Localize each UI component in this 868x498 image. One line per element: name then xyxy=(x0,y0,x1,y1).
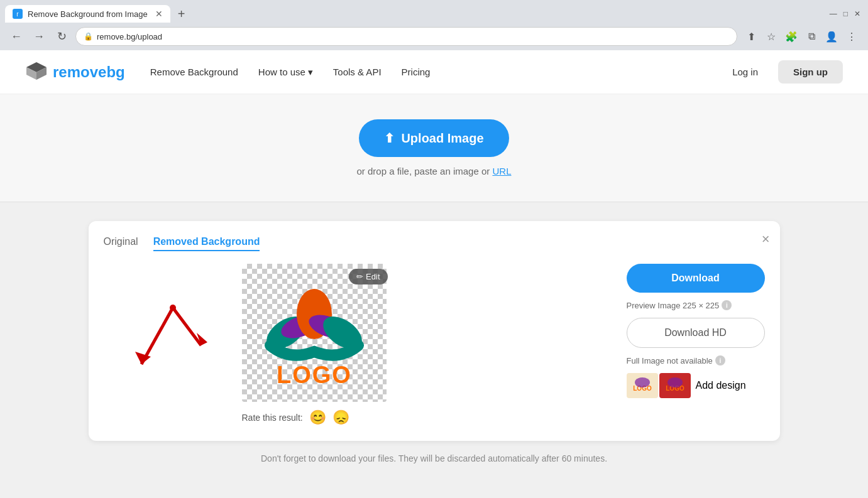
tab-original[interactable]: Original xyxy=(104,236,138,251)
full-image-info: Full Image not available i xyxy=(627,355,765,365)
original-image xyxy=(104,264,229,402)
download-hd-btn[interactable]: Download HD xyxy=(627,318,765,348)
dropdown-chevron: ▾ xyxy=(308,67,313,78)
preview-info: Preview Image 225 × 225 i xyxy=(627,300,765,310)
footer-hint: Don't forget to download your files. The… xyxy=(13,441,855,476)
login-btn[interactable]: Log in xyxy=(722,62,768,82)
result-layout: ✏ Edit xyxy=(104,264,765,426)
original-arrows-svg xyxy=(110,270,223,396)
svg-line-5 xyxy=(173,308,201,345)
nav-remove-background[interactable]: Remove Background xyxy=(150,67,238,77)
processed-image: LOGO xyxy=(242,264,387,402)
upload-section: ⬆ Upload Image or drop a file, paste an … xyxy=(0,94,868,202)
logo-text: removebg xyxy=(53,63,125,81)
preview-info-icon: i xyxy=(722,300,732,310)
signup-btn[interactable]: Sign up xyxy=(778,60,843,84)
close-btn[interactable]: × xyxy=(762,231,770,247)
logo-icon xyxy=(25,61,48,84)
add-design-area[interactable]: LOGO LOGO xyxy=(627,373,765,398)
site-header: removebg Remove Background How to use ▾ … xyxy=(0,50,868,94)
url-link[interactable]: URL xyxy=(492,166,511,176)
design-thumb-2: LOGO xyxy=(659,373,691,398)
menu-btn[interactable]: ⋮ xyxy=(843,28,860,45)
tab-title: Remove Background from Image xyxy=(28,9,148,19)
site-nav: Remove Background How to use ▾ Tools & A… xyxy=(150,67,722,78)
window-maximize[interactable]: □ xyxy=(843,9,848,18)
svg-point-19 xyxy=(667,377,683,387)
profile-btn[interactable]: 👤 xyxy=(823,28,840,45)
logo[interactable]: removebg xyxy=(25,61,125,84)
tab-favicon: r xyxy=(13,9,23,19)
nav-how-to-use[interactable]: How to use ▾ xyxy=(258,67,313,78)
nav-tools-api[interactable]: Tools & API xyxy=(333,67,382,77)
extensions-btn[interactable]: 🧩 xyxy=(783,28,800,45)
processed-image-area: ✏ Edit xyxy=(242,264,393,426)
full-info-icon: i xyxy=(715,355,725,365)
forward-btn[interactable]: → xyxy=(30,28,48,45)
svg-point-16 xyxy=(635,377,650,387)
header-actions: Log in Sign up xyxy=(722,60,843,84)
pip-btn[interactable]: ⧉ xyxy=(803,28,820,45)
new-tab-btn[interactable]: + xyxy=(173,7,190,21)
nav-pricing[interactable]: Pricing xyxy=(402,67,431,77)
active-tab[interactable]: r Remove Background from Image ✕ xyxy=(5,5,170,23)
tab-bar: r Remove Background from Image ✕ + — □ ✕ xyxy=(0,0,868,23)
tab-removed-background[interactable]: Removed Background xyxy=(153,236,260,251)
right-panel: Download Preview Image 225 × 225 i Downl… xyxy=(627,264,765,398)
result-card: × Original Removed Background xyxy=(89,221,780,441)
edit-btn[interactable]: ✏ Edit xyxy=(349,269,387,284)
share-btn[interactable]: ⬆ xyxy=(742,28,760,45)
back-btn[interactable]: ← xyxy=(8,28,25,45)
result-tabs: Original Removed Background xyxy=(104,236,765,251)
image-area: ✏ Edit xyxy=(104,264,608,426)
tab-close-btn[interactable]: ✕ xyxy=(155,9,163,19)
bookmark-btn[interactable]: ☆ xyxy=(762,28,780,45)
website: removebg Remove Background How to use ▾ … xyxy=(0,50,868,495)
svg-point-7 xyxy=(170,305,176,311)
browser-chrome: r Remove Background from Image ✕ + — □ ✕… xyxy=(0,0,868,50)
upload-icon: ⬆ xyxy=(384,131,395,146)
nav-actions: ⬆ ☆ 🧩 ⧉ 👤 ⋮ xyxy=(742,28,860,45)
add-design-label: Add design xyxy=(696,380,746,391)
logo-svg: LOGO xyxy=(251,273,377,392)
upload-btn[interactable]: ⬆ Upload Image xyxy=(359,119,508,157)
rate-sad-btn[interactable]: 😞 xyxy=(332,409,349,426)
reload-btn[interactable]: ↻ xyxy=(53,28,70,45)
lock-icon: 🔒 xyxy=(84,32,93,41)
design-thumb-1: LOGO xyxy=(627,373,658,398)
address-bar[interactable]: 🔒 remove.bg/upload xyxy=(75,27,737,46)
upload-hint: or drop a file, paste an image or URL xyxy=(13,166,855,176)
main-content: × Original Removed Background xyxy=(0,202,868,495)
window-minimize[interactable]: — xyxy=(830,9,837,18)
window-close[interactable]: ✕ xyxy=(854,9,860,18)
rate-happy-btn[interactable]: 😊 xyxy=(309,409,326,426)
svg-text:LOGO: LOGO xyxy=(277,362,352,388)
download-btn[interactable]: Download xyxy=(627,264,765,293)
rate-section: Rate this result: 😊 😞 xyxy=(242,409,393,426)
address-text: remove.bg/upload xyxy=(97,32,162,41)
nav-bar: ← → ↻ 🔒 remove.bg/upload ⬆ ☆ 🧩 ⧉ 👤 ⋮ xyxy=(0,23,868,50)
design-thumbnails: LOGO LOGO xyxy=(627,373,691,398)
